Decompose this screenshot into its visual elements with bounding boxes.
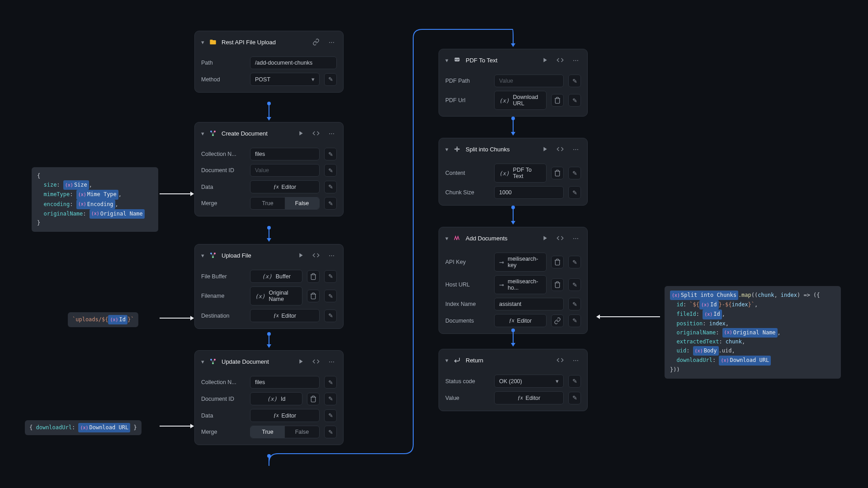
edit-icon[interactable]: ✎ bbox=[568, 186, 581, 199]
edit-icon[interactable]: ✎ bbox=[568, 75, 581, 87]
tooltip-download-url: { downloadUrl: (x)Download URL } bbox=[25, 420, 142, 435]
filename-label: Filename bbox=[201, 293, 245, 299]
play-icon[interactable] bbox=[539, 55, 550, 66]
more-icon[interactable]: ⋯ bbox=[570, 144, 581, 155]
dest-label: Destination bbox=[201, 313, 245, 319]
edit-icon[interactable]: ✎ bbox=[568, 167, 581, 179]
link-icon[interactable] bbox=[551, 314, 564, 327]
collection-label: Collection N... bbox=[201, 151, 245, 157]
workflow-icon bbox=[209, 357, 217, 366]
edit-icon[interactable]: ✎ bbox=[568, 392, 581, 404]
chevron-down-icon[interactable]: ▾ bbox=[201, 252, 204, 259]
edit-icon[interactable]: ✎ bbox=[568, 256, 581, 268]
code-icon[interactable] bbox=[555, 144, 566, 155]
annotation-arrow bbox=[160, 193, 193, 194]
edit-icon[interactable]: ✎ bbox=[568, 278, 581, 291]
connector-path bbox=[269, 29, 514, 467]
merge-label: Merge bbox=[201, 200, 245, 206]
more-icon[interactable]: ⋯ bbox=[570, 55, 581, 66]
buffer-label: File Buffer bbox=[201, 273, 245, 280]
method-label: Method bbox=[201, 76, 245, 83]
code-icon[interactable] bbox=[555, 355, 566, 366]
delete-icon[interactable] bbox=[551, 278, 564, 291]
tooltip-documents-map: (x)Split into Chunks.map((chunk, index) … bbox=[665, 286, 841, 379]
data-label: Data bbox=[201, 413, 245, 419]
workflow-icon bbox=[209, 251, 217, 259]
chevron-down-icon[interactable]: ▾ bbox=[201, 39, 204, 46]
docid-label: Document ID bbox=[201, 167, 245, 174]
more-icon[interactable]: ⋯ bbox=[570, 355, 581, 366]
collection-label: Collection N... bbox=[201, 379, 245, 385]
chevron-down-icon[interactable]: ▾ bbox=[201, 130, 204, 137]
data-label: Data bbox=[201, 184, 245, 190]
annotation-arrow bbox=[597, 316, 660, 317]
svg-point-5 bbox=[212, 256, 214, 258]
folder-icon bbox=[209, 38, 217, 46]
annotation-arrow bbox=[160, 426, 193, 427]
chevron-down-icon[interactable]: ▾ bbox=[201, 358, 204, 365]
edit-icon[interactable]: ✎ bbox=[568, 94, 581, 107]
merge-label: Merge bbox=[201, 429, 245, 435]
chevron-down-icon: ▾ bbox=[556, 378, 559, 385]
svg-point-8 bbox=[212, 362, 214, 364]
svg-point-2 bbox=[212, 134, 214, 136]
workflow-icon bbox=[209, 129, 217, 137]
tooltip-create-doc-data: { size: (x)Size, mimeType: (x)Mime Type,… bbox=[32, 167, 158, 232]
path-label: Path bbox=[201, 60, 245, 66]
tooltip-destination: `uploads/${(x)Id}` bbox=[68, 312, 138, 327]
edit-icon[interactable]: ✎ bbox=[568, 375, 581, 388]
play-icon[interactable] bbox=[539, 144, 550, 155]
delete-icon[interactable] bbox=[551, 167, 564, 179]
arrow-down-icon bbox=[511, 43, 515, 47]
delete-icon[interactable] bbox=[551, 256, 564, 268]
more-icon[interactable]: ⋯ bbox=[570, 233, 581, 244]
delete-icon[interactable] bbox=[551, 94, 564, 107]
annotation-arrow bbox=[160, 318, 193, 319]
edit-icon[interactable]: ✎ bbox=[568, 298, 581, 310]
docid-label: Document ID bbox=[201, 396, 245, 402]
code-icon[interactable] bbox=[555, 233, 566, 244]
play-icon[interactable] bbox=[539, 233, 550, 244]
edit-icon[interactable]: ✎ bbox=[568, 314, 581, 327]
code-icon[interactable] bbox=[555, 55, 566, 66]
